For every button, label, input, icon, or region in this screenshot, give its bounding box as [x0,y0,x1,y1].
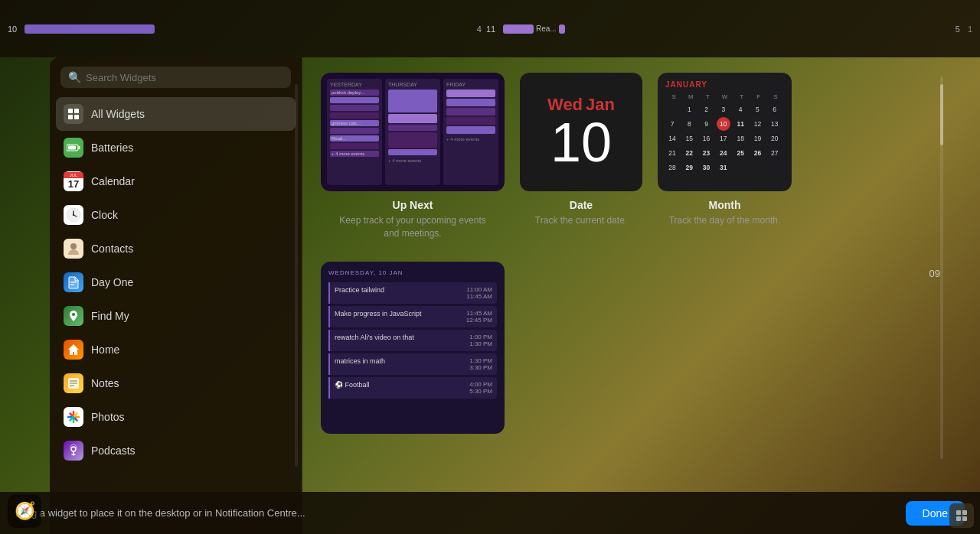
widget-card-month[interactable]: JANUARY S M T W T F S 1 2 3 [658,73,792,240]
month-desc: Track the day of the month. [669,214,781,227]
clock-icon [64,205,83,225]
sidebar-item-calendar[interactable]: JUL 17 Calendar [56,164,296,198]
sidebar-item-clock[interactable]: Clock [56,198,296,232]
day-27: 27 [768,146,782,160]
podcasts-label: Podcasts [91,444,136,457]
contacts-icon [64,239,83,259]
date-desc: Track the current date. [535,214,627,227]
search-icon: 🔍 [68,71,81,83]
day-label-m: M [682,93,699,100]
bottom-right-icon [949,503,974,528]
schedule-event-5-name: ⚽ Football [335,381,469,389]
day-28: 28 [665,161,679,174]
main-content: YESTERDAY publish deploy... gritness cal… [302,57,946,534]
sidebar-item-notes[interactable]: Notes [56,366,296,400]
notes-icon [64,373,83,393]
sidebar: 🔍 All Widgets Batteries JUL 17 Calendar [50,57,302,534]
svg-rect-3 [74,115,79,119]
schedule-event-1-name: Practice tailwind [335,286,466,294]
widget-card-schedule[interactable]: WEDNESDAY, 10 JAN Practice tailwind 11:0… [321,262,505,441]
chart-bar-rea [503,24,534,34]
day-8: 8 [682,117,696,131]
schedule-event-2-time: 11:45 AM 12:45 PM [466,310,492,324]
day-19: 19 [750,132,764,145]
day-2: 2 [700,103,714,116]
search-input[interactable] [86,72,283,83]
notes-label: Notes [91,377,119,389]
sidebar-item-day-one[interactable]: Day One [56,265,296,299]
sidebar-item-batteries[interactable]: Batteries [56,131,296,164]
chart-label-11: 11 [486,24,500,34]
schedule-event-3: rewatch Ali's video on that 1:00 PM 1:30… [328,330,497,351]
month-widget: JANUARY S M T W T F S 1 2 3 [658,73,792,191]
month-header: JANUARY [665,80,784,89]
day-one-label: Day One [91,276,133,288]
sidebar-item-home[interactable]: Home [56,333,296,366]
date-widget: Wed Jan 10 [520,73,642,191]
sidebar-item-photos[interactable]: Photos [56,400,296,434]
photos-label: Photos [91,411,125,423]
all-widgets-icon [64,104,83,124]
day-16: 16 [700,132,714,145]
day-21: 21 [665,146,679,160]
schedule-widget: WEDNESDAY, 10 JAN Practice tailwind 11:0… [321,262,505,434]
day-7: 7 [665,117,679,131]
day-24: 24 [717,146,730,160]
day-31: 31 [717,161,730,174]
day-label-s2: S [767,93,784,100]
day-22: 22 [682,146,696,160]
sidebar-item-podcasts[interactable]: Podcasts [56,434,296,467]
sidebar-item-find-my[interactable]: Find My [56,299,296,333]
date-title: Date [570,199,593,211]
schedule-event-3-time: 1:00 PM 1:30 PM [469,334,492,347]
top-chart-area: 10 4 [8,24,482,34]
day-empty-1 [665,103,679,116]
calendar-label: Calendar [91,175,135,187]
schedule-preview: WEDNESDAY, 10 JAN Practice tailwind 11:0… [321,262,505,434]
day-13: 13 [768,117,782,131]
svg-rect-23 [962,516,967,521]
svg-rect-2 [68,115,73,119]
top-right-label-1: 1 [968,24,972,34]
batteries-label: Batteries [91,142,133,154]
contacts-label: Contacts [91,243,133,255]
chart-bar-container [24,24,474,34]
svg-rect-0 [68,109,73,113]
day-29: 29 [682,161,696,174]
bottom-bar: Drag a widget to place it on the desktop… [0,492,980,534]
chart-bar-1 [24,24,155,34]
day-empty-4 [768,161,782,174]
chart-bar-container-2: Rea... [503,24,952,34]
safari-dock-icon[interactable]: 🧭 [8,494,41,528]
widget-card-date[interactable]: Wed Jan 10 Date Track the current date. [520,73,642,240]
svg-rect-1 [74,109,79,113]
day-6: 6 [768,103,782,116]
day-30: 30 [700,161,714,174]
day-label-s1: S [665,93,682,100]
day-empty-2 [733,161,747,174]
find-my-icon [64,306,83,326]
chart-label-10: 10 [8,24,21,34]
calendar-icon: JUL 17 [64,171,83,191]
day-5: 5 [750,103,764,116]
main-scrollbar-track [940,77,943,459]
day-3: 3 [717,103,730,116]
month-days-grid: 1 2 3 4 5 6 7 8 9 10 11 12 13 14 [665,103,784,174]
svg-point-14 [72,313,75,316]
batteries-icon [64,138,83,158]
day-one-icon [64,272,83,292]
widget-row-1: YESTERDAY publish deploy... gritness cal… [321,73,927,240]
month-title: Month [709,199,741,211]
schedule-event-5: ⚽ Football 4:00 PM 5:30 PM [328,377,497,399]
day-20: 20 [768,132,782,145]
upnext-title: Up Next [393,199,433,211]
schedule-event-2-name: Make progress in JavaScript [335,310,466,317]
widget-card-upnext[interactable]: YESTERDAY publish deploy... gritness cal… [321,73,505,240]
sidebar-item-contacts[interactable]: Contacts [56,232,296,265]
search-bar[interactable]: 🔍 [60,67,291,88]
day-17: 17 [717,132,730,145]
day-23: 23 [700,146,714,160]
sidebar-item-all-widgets[interactable]: All Widgets [56,97,296,131]
day-label-t1: T [699,93,716,100]
day-26: 26 [750,146,764,160]
